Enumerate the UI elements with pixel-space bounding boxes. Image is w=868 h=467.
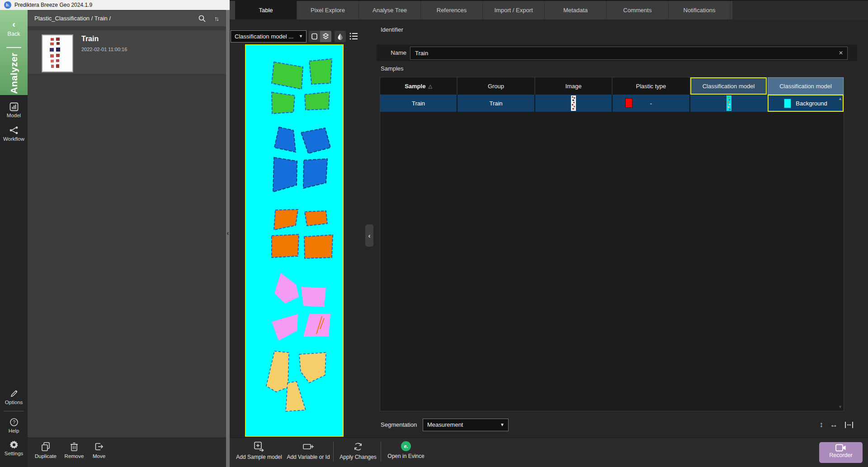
sidebar-item-label: Settings bbox=[5, 451, 24, 456]
model-icon bbox=[9, 102, 19, 111]
app-logo-icon: b. bbox=[4, 1, 11, 9]
row-selection-group: Train Train - bbox=[380, 95, 768, 112]
classification-value: Background bbox=[796, 100, 827, 107]
toolbar-label: Apply Changes bbox=[340, 454, 376, 460]
chevron-down-icon: ▼ bbox=[500, 419, 505, 431]
scrollbar-down-icon[interactable]: ▼ bbox=[838, 405, 842, 409]
column-header-classification-model-1[interactable]: Classification model bbox=[690, 77, 768, 95]
fit-columns-icon[interactable] bbox=[844, 421, 854, 429]
cell-group[interactable]: Train bbox=[458, 95, 535, 112]
blue-pieces bbox=[273, 127, 330, 192]
green-pieces bbox=[272, 59, 332, 114]
apply-changes-icon bbox=[353, 441, 363, 452]
column-header-sample[interactable]: Sample △ bbox=[380, 77, 458, 95]
column-header-classification-model-2[interactable]: Classification model bbox=[768, 77, 844, 95]
item-title: Train bbox=[81, 35, 99, 43]
breadcrumb[interactable]: Plastic_Classification / Train / bbox=[34, 11, 111, 26]
duplicate-button[interactable]: Duplicate bbox=[31, 442, 60, 459]
open-in-evince-button[interactable]: e. Open in Evince bbox=[385, 441, 427, 459]
tab-import-export[interactable]: Import / Export bbox=[483, 1, 545, 19]
svg-text:?: ? bbox=[12, 419, 15, 425]
tab-metadata[interactable]: Metadata bbox=[545, 1, 607, 19]
cell-sample[interactable]: Train bbox=[380, 95, 458, 112]
droplet-button[interactable] bbox=[335, 31, 346, 42]
fit-height-icon[interactable]: ↕ bbox=[820, 420, 824, 429]
sort-icon[interactable]: ↑↓ bbox=[214, 14, 218, 24]
tab-comments[interactable]: Comments bbox=[607, 1, 669, 19]
cell-image[interactable] bbox=[535, 95, 613, 112]
sidebar-analyzer-section[interactable]: ‹ Back Analyzer bbox=[0, 10, 28, 95]
cell-classification-model-2[interactable]: Background bbox=[768, 95, 844, 112]
add-variable-icon bbox=[302, 441, 314, 452]
chevron-down-icon: ▼ bbox=[299, 31, 303, 42]
sidebar-item-options[interactable]: Options bbox=[0, 389, 28, 405]
column-header-plastic-type[interactable]: Plastic type bbox=[613, 77, 690, 95]
search-icon[interactable] bbox=[198, 14, 206, 23]
name-value: Train bbox=[415, 50, 428, 57]
tab-analyse-tree[interactable]: Analyse Tree bbox=[359, 1, 421, 19]
fit-width-icon[interactable]: ↔ bbox=[830, 420, 838, 429]
plastic-type-value: - bbox=[650, 100, 652, 107]
move-icon bbox=[94, 442, 104, 452]
workflow-icon bbox=[9, 126, 19, 135]
toolbar-label: Duplicate bbox=[35, 453, 57, 459]
toolbar-label: Remove bbox=[65, 453, 84, 459]
panel-splitter[interactable]: ‹ bbox=[226, 10, 230, 467]
layer-dropdown-value: Classification model ... bbox=[235, 33, 293, 40]
name-label: Name bbox=[377, 45, 406, 61]
classification-image[interactable] bbox=[245, 44, 344, 437]
apply-changes-button[interactable]: Apply Changes bbox=[337, 441, 379, 460]
sidebar-item-label: Help bbox=[9, 428, 19, 434]
scrollbar-up-icon[interactable]: ▲ bbox=[838, 96, 842, 101]
cell-plastic-type[interactable]: - bbox=[613, 95, 690, 112]
fit-controls: ↕ ↔ bbox=[820, 419, 854, 431]
tab-notifications[interactable]: Notifications bbox=[669, 1, 731, 19]
evince-icon: e. bbox=[401, 441, 411, 451]
toolbar-label: Add Variable or Id bbox=[287, 454, 330, 460]
tab-references[interactable]: References bbox=[421, 1, 483, 19]
tab-table[interactable]: Table bbox=[235, 1, 297, 19]
back-button[interactable]: Back bbox=[0, 31, 28, 37]
table-tab-content: Identifier Name Train ✕ Samples Sample △… bbox=[373, 19, 868, 438]
tab-bar: Table Pixel Explore Analyse Tree Referen… bbox=[230, 1, 732, 19]
name-input[interactable]: Train ✕ bbox=[410, 47, 848, 60]
window-title: Prediktera Breeze Geo 2024.1.9 bbox=[14, 0, 92, 10]
clear-name-icon[interactable]: ✕ bbox=[839, 47, 843, 59]
tab-pixel-explore[interactable]: Pixel Explore bbox=[297, 1, 359, 19]
add-sample-model-button[interactable]: Add Sample model bbox=[234, 441, 284, 460]
move-button[interactable]: Move bbox=[89, 442, 109, 459]
breadcrumb-bar: Plastic_Classification / Train / ↑↓ bbox=[28, 11, 226, 26]
layers-view-button[interactable] bbox=[320, 31, 331, 42]
recorder-button[interactable]: Recorder bbox=[819, 442, 863, 463]
layer-dropdown[interactable]: Classification model ... ▼ bbox=[231, 30, 307, 43]
segmentation-dropdown[interactable]: Measurement ▼ bbox=[423, 419, 509, 431]
sidebar-divider bbox=[4, 411, 24, 411]
classification-color-swatch bbox=[784, 99, 791, 108]
column-header-group[interactable]: Group bbox=[458, 77, 535, 95]
sidebar-item-settings[interactable]: Settings bbox=[0, 439, 28, 456]
browser-toolbar: Duplicate Remove Move bbox=[28, 438, 226, 467]
single-view-button[interactable] bbox=[309, 31, 320, 42]
sidebar-item-workflow[interactable]: Workflow bbox=[0, 126, 28, 142]
sidebar-item-model[interactable]: Model bbox=[0, 102, 28, 118]
column-header-image[interactable]: Image bbox=[535, 77, 613, 95]
plastic-type-color-swatch bbox=[625, 98, 632, 108]
sidebar-item-help[interactable]: ? Help bbox=[0, 418, 28, 434]
sidebar: ‹ Back Analyzer Model Workflow bbox=[0, 10, 28, 467]
image-thumbnail bbox=[571, 95, 576, 111]
remove-button[interactable]: Remove bbox=[61, 442, 87, 459]
pencil-icon bbox=[9, 389, 19, 398]
file-browser-panel: Plastic_Classification / Train / ↑↓ bbox=[28, 10, 226, 438]
help-icon: ? bbox=[9, 418, 19, 427]
cell-classification-model-1[interactable] bbox=[690, 95, 768, 112]
layers-icon bbox=[322, 33, 329, 40]
collapse-viewer-handle[interactable]: ‹ bbox=[365, 224, 373, 247]
samples-section-label: Samples bbox=[381, 65, 404, 72]
item-timestamp: 2022-02-01 11:00:16 bbox=[81, 47, 127, 52]
add-variable-button[interactable]: Add Variable or Id bbox=[285, 441, 332, 460]
list-view-icon[interactable] bbox=[349, 32, 358, 41]
table-row[interactable]: Train Train - bbox=[380, 95, 844, 112]
sidebar-item-label: Options bbox=[5, 400, 23, 405]
list-item-train[interactable]: Train 2022-02-01 11:00:16 bbox=[28, 30, 226, 75]
gear-icon bbox=[9, 439, 19, 449]
